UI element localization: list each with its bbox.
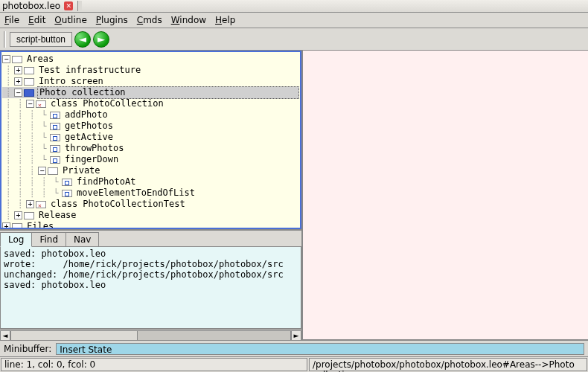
menu-window[interactable]: Window — [171, 15, 206, 25]
node-icon — [36, 100, 46, 108]
tree-node-test-infra[interactable]: ┊ + Test infrastructure — [2, 65, 299, 76]
log-tabs: Log Find Nav — [0, 231, 301, 246]
menu-bar: File Edit Outline Plugins Cmds Window He… — [0, 13, 588, 28]
tree-node-fingerdown[interactable]: ┊┊┊└ fingerDown — [2, 154, 299, 165]
left-pane: − Areas ┊ + Test infrastructure ┊ + Intr… — [0, 51, 303, 341]
menu-edit[interactable]: Edit — [28, 15, 45, 25]
tree-node-intro[interactable]: ┊ + Intro screen — [2, 76, 299, 87]
tree-node-areas[interactable]: − Areas — [2, 54, 299, 65]
tree-node-throwphotos[interactable]: ┊┊┊└ throwPhotos — [2, 143, 299, 154]
node-icon — [50, 156, 60, 164]
tree-node-private[interactable]: ┊┊┊ − Private — [2, 165, 299, 176]
node-icon — [48, 167, 58, 175]
close-icon[interactable]: ✕ — [64, 1, 73, 10]
tree-label: Areas — [25, 54, 299, 65]
tree-label: Photo collection — [37, 86, 299, 99]
tab-notch — [77, 1, 82, 11]
tab-find[interactable]: Find — [31, 232, 66, 246]
scroll-left-icon[interactable]: ◄ — [0, 330, 10, 341]
tree-node-class-pc[interactable]: ┊┊ − class PhotoCollection — [2, 98, 299, 109]
tree-node-getactive[interactable]: ┊┊┊└ getActive — [2, 132, 299, 143]
log-line: saved: photobox.leo — [4, 248, 106, 259]
minibuffer: Minibuffer: Insert State — [0, 341, 588, 357]
tree-node-findphotoat[interactable]: ┊┊┊┊└ findPhotoAt — [2, 176, 299, 187]
tree-node-class-pct[interactable]: ┊┊ + class PhotoCollectionTest — [2, 199, 299, 210]
log-pane: Log Find Nav saved: photobox.leo wrote: … — [0, 229, 301, 341]
log-line: unchanged: /home/rick/projects/photobox/… — [4, 269, 284, 280]
tree-label: Files — [25, 221, 299, 229]
collapse-icon[interactable]: − — [26, 100, 34, 108]
node-icon — [12, 56, 22, 63]
node-icon — [50, 145, 60, 153]
node-icon — [62, 190, 72, 197]
tree-label: Test infrastructure — [37, 65, 299, 76]
menu-plugins[interactable]: Plugins — [96, 15, 128, 25]
tree-label: Release — [37, 210, 299, 221]
main-area: − Areas ┊ + Test infrastructure ┊ + Intr… — [0, 51, 588, 341]
outline-tree[interactable]: − Areas ┊ + Test infrastructure ┊ + Intr… — [0, 51, 301, 229]
node-icon — [62, 179, 72, 186]
node-icon — [24, 89, 34, 97]
arrow-left-icon: ◄ — [79, 33, 86, 45]
tab-log[interactable]: Log — [0, 232, 32, 247]
scroll-thumb[interactable] — [11, 331, 138, 340]
tree-label: Private — [61, 165, 299, 176]
arrow-right-icon: ► — [98, 33, 105, 45]
log-line: saved: photobox.leo — [4, 280, 106, 290]
collapse-icon[interactable]: − — [2, 55, 10, 63]
tree-label: getPhotos — [63, 121, 299, 132]
tree-label: moveElementToEndOfList — [75, 187, 299, 199]
node-icon — [12, 223, 22, 230]
menu-cmds[interactable]: Cmds — [137, 15, 162, 25]
scroll-right-icon[interactable]: ► — [291, 330, 301, 341]
tree-label: Intro screen — [37, 76, 299, 87]
node-icon — [50, 134, 60, 141]
node-icon — [50, 112, 60, 119]
minibuffer-input[interactable]: Insert State — [56, 343, 584, 355]
scroll-track[interactable] — [10, 330, 291, 341]
horizontal-scrollbar[interactable]: ◄ ► — [0, 329, 301, 341]
minibuffer-label: Minibuffer: — [4, 344, 51, 354]
menu-help[interactable]: Help — [215, 15, 235, 25]
expand-icon[interactable]: + — [26, 200, 34, 208]
status-bar: line: 1, col: 0, fcol: 0 /projects/photo… — [0, 357, 588, 372]
title-bar: photobox.leo ✕ — [0, 0, 588, 13]
toolbar: script-button ◄ ► — [0, 28, 588, 51]
status-path: /projects/photobox/photobox/photobox.leo… — [309, 358, 587, 371]
log-line: wrote: /home/rick/projects/photobox/phot… — [4, 259, 284, 269]
script-button[interactable]: script-button — [10, 32, 72, 47]
tree-node-moveel[interactable]: ┊┊┊┊└ moveElementToEndOfList — [2, 187, 299, 199]
expand-icon[interactable]: + — [14, 66, 22, 74]
node-icon — [24, 78, 34, 86]
tree-label: class PhotoCollection — [49, 98, 299, 109]
node-icon — [50, 123, 60, 130]
tree-label: fingerDown — [63, 154, 299, 165]
tree-label: throwPhotos — [63, 143, 299, 154]
tree-label: getActive — [63, 132, 299, 143]
node-icon — [24, 212, 34, 219]
log-body[interactable]: saved: photobox.leo wrote: /home/rick/pr… — [0, 246, 301, 329]
tree-node-photo-collection[interactable]: ┊ − Photo collection — [2, 87, 299, 98]
tree-label: class PhotoCollectionTest — [49, 199, 299, 210]
menu-file[interactable]: File — [4, 15, 19, 25]
tree-node-release[interactable]: ┊ + Release — [2, 210, 299, 221]
tree-node-files[interactable]: + Files — [2, 221, 299, 229]
status-cursor: line: 1, col: 0, fcol: 0 — [1, 358, 307, 371]
expand-icon[interactable]: + — [14, 211, 22, 219]
window-title: photobox.leo — [2, 1, 60, 11]
tree-label: findPhotoAt — [75, 176, 299, 187]
tree-label: addPhoto — [63, 109, 299, 121]
tree-node-getphotos[interactable]: ┊┊┊└ getPhotos — [2, 121, 299, 132]
expand-icon[interactable]: + — [2, 222, 10, 229]
nav-forward-button[interactable]: ► — [93, 31, 109, 48]
menu-outline[interactable]: Outline — [54, 15, 86, 25]
tree-node-addphoto[interactable]: ┊┊┊└ addPhoto — [2, 109, 299, 121]
collapse-icon[interactable]: − — [38, 167, 46, 175]
nav-back-button[interactable]: ◄ — [74, 31, 91, 48]
node-icon — [24, 67, 34, 74]
expand-icon[interactable]: + — [14, 77, 22, 86]
tab-nav[interactable]: Nav — [65, 232, 99, 246]
collapse-icon[interactable]: − — [14, 89, 22, 97]
body-editor[interactable] — [303, 51, 588, 341]
toolbar-separator — [4, 31, 6, 48]
